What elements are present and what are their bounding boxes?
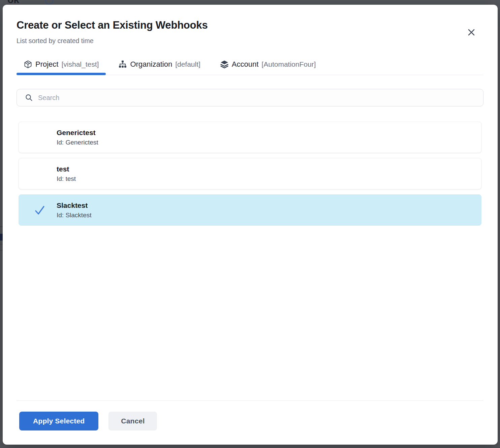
tab-label: Account	[232, 60, 259, 69]
webhook-item[interactable]: test Id: test	[19, 158, 481, 189]
search-box	[17, 89, 483, 106]
tab-project[interactable]: Project [vishal_test]	[17, 60, 106, 75]
search-icon	[25, 94, 33, 102]
modal-subtitle: List sorted by created time	[17, 36, 483, 45]
background-divider	[0, 226, 3, 227]
webhook-item-id: Id: Slacktest	[57, 211, 481, 220]
webhook-list: Generictest Id: Generictest test Id: tes…	[17, 122, 483, 226]
background-divider	[0, 244, 3, 245]
tab-organization[interactable]: Organization [default]	[111, 60, 207, 75]
active-tab-underline	[17, 73, 106, 75]
background-divider	[0, 250, 3, 251]
page-title: Create or Select an Existing Webhooks	[17, 19, 483, 32]
apply-selected-button[interactable]: Apply Selected	[19, 412, 98, 430]
org-chart-icon	[118, 60, 127, 69]
webhook-item[interactable]: Slacktest Id: Slacktest	[19, 194, 481, 226]
help-circle-icon	[45, 0, 53, 5]
tab-account[interactable]: Account [AutomationFour]	[213, 60, 323, 75]
search-input[interactable]	[38, 94, 478, 102]
webhooks-modal: Create or Select an Existing Webhooks Li…	[3, 5, 498, 445]
package-icon	[24, 60, 32, 69]
background-sidebar-fragment	[0, 234, 3, 241]
close-icon	[467, 28, 476, 37]
webhook-item[interactable]: Generictest Id: Generictest	[19, 122, 481, 153]
layers-icon	[220, 60, 229, 69]
webhook-item-name: test	[57, 164, 481, 173]
tab-context-label: [default]	[175, 60, 200, 68]
checkmark-icon	[34, 204, 46, 216]
webhook-item-id: Id: Generictest	[57, 138, 481, 147]
tab-context-label: [vishal_test]	[61, 60, 99, 68]
spacer	[17, 226, 483, 401]
footer: Apply Selected Cancel	[17, 401, 483, 445]
webhook-item-name: Slacktest	[57, 201, 481, 210]
cancel-button[interactable]: Cancel	[108, 412, 157, 430]
tab-label: Project	[35, 60, 58, 69]
tab-bar: Project [vishal_test] Organization [defa…	[17, 60, 483, 75]
background-page-text: ok	[7, 0, 19, 5]
webhook-item-id: Id: test	[57, 174, 481, 183]
tab-context-label: [AutomationFour]	[261, 60, 316, 68]
webhook-item-name: Generictest	[57, 128, 481, 137]
tab-label: Organization	[130, 60, 172, 69]
close-button[interactable]	[466, 27, 476, 37]
